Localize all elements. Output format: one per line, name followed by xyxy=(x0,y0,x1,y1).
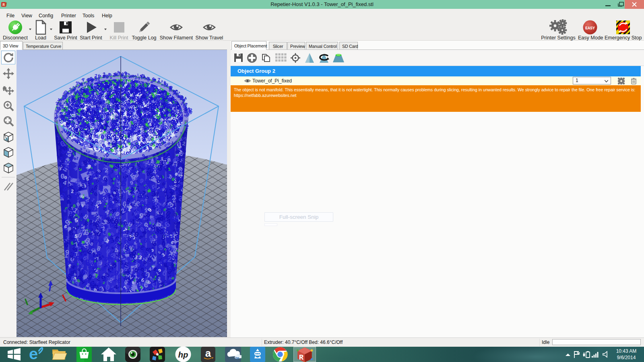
svg-text:2: 2 xyxy=(143,102,146,107)
svg-text:7: 7 xyxy=(82,77,85,83)
svg-text:3: 3 xyxy=(114,97,117,101)
svg-text:5: 5 xyxy=(147,78,149,82)
svg-text:4: 4 xyxy=(63,91,65,96)
svg-text:2: 2 xyxy=(143,107,146,111)
svg-text:4: 4 xyxy=(111,105,114,111)
svg-text:2: 2 xyxy=(125,123,128,127)
svg-text:6: 6 xyxy=(89,104,91,109)
svg-text:e: e xyxy=(29,346,38,362)
svg-text:3: 3 xyxy=(147,136,151,144)
svg-text:hp: hp xyxy=(235,356,239,360)
svg-text:0: 0 xyxy=(74,102,78,107)
svg-text:2: 2 xyxy=(102,99,106,106)
svg-text:8: 8 xyxy=(173,90,177,96)
svg-text:9: 9 xyxy=(169,89,171,93)
svg-text:7: 7 xyxy=(174,104,177,109)
svg-text:5: 5 xyxy=(87,77,90,83)
svg-text:8: 8 xyxy=(89,117,93,124)
svg-text:5: 5 xyxy=(127,132,131,138)
svg-text:hp: hp xyxy=(178,351,188,360)
svg-text:a: a xyxy=(205,348,211,360)
svg-text:5: 5 xyxy=(96,91,99,96)
svg-text:R: R xyxy=(299,354,304,362)
svg-text:5: 5 xyxy=(142,125,147,132)
svg-text:1: 1 xyxy=(137,73,139,76)
svg-text:4: 4 xyxy=(93,106,95,111)
svg-text:EASY: EASY xyxy=(585,26,595,31)
svg-text:2: 2 xyxy=(146,87,149,93)
svg-text:7: 7 xyxy=(157,77,161,83)
